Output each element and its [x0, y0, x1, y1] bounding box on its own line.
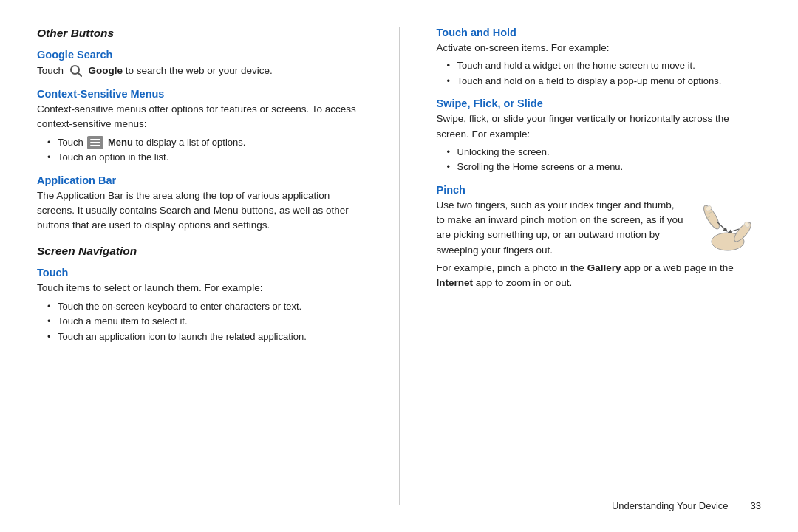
touch-bullet-2: Touch a menu item to select it. — [47, 314, 362, 329]
touch-bullet-1: Touch the on-screen keyboard to enter ch… — [47, 299, 362, 314]
touch-bullet-3: Touch an application icon to launch the … — [47, 330, 362, 344]
pinch-body-with-image: Use two fingers, such as your index fing… — [437, 198, 762, 258]
svg-rect-3 — [90, 142, 100, 143]
touch-hold-bullet-1: Touch and hold a widget on the home scre… — [447, 58, 762, 73]
pinch-body2-before: For example, pinch a photo in the — [437, 262, 584, 273]
swipe-body: Swipe, flick, or slide your finger verti… — [437, 112, 762, 142]
pinch-body2: For example, pinch a photo in the Galler… — [437, 261, 762, 291]
context-sensitive-heading: Context-Sensitive Menus — [37, 88, 362, 100]
context-bullet-2: Touch an option in the list. — [47, 150, 362, 165]
touch-hold-heading: Touch and Hold — [437, 27, 762, 38]
swipe-bullet-2: Scrolling the Home screens or a menu. — [447, 160, 762, 174]
right-column: Touch and Hold Activate on-screen items.… — [437, 27, 762, 505]
google-search-text-before: Touch — [37, 65, 64, 76]
internet-text: Internet — [437, 277, 474, 288]
gallery-text: Gallery — [587, 262, 621, 273]
menu-icon — [87, 136, 103, 149]
swipe-bullet-1: Unlocking the screen. — [447, 145, 762, 160]
swipe-bullets: Unlocking the screen. Scrolling the Home… — [447, 145, 762, 175]
pinch-body1: Use two fingers, such as your index fing… — [437, 200, 683, 256]
touch-hold-bullets: Touch and hold a widget on the home scre… — [447, 58, 762, 89]
google-search-heading: Google Search — [37, 49, 362, 61]
svg-rect-2 — [90, 139, 100, 140]
context-sensitive-bullets: Touch Menu to display a list of options.… — [47, 135, 362, 166]
svg-rect-4 — [90, 145, 100, 146]
touch-bullets: Touch the on-screen keyboard to enter ch… — [47, 299, 362, 345]
touch-heading: Touch — [37, 267, 362, 279]
footer: Understanding Your Device 33 — [612, 500, 761, 511]
touch-body: Touch items to select or launch them. Fo… — [37, 281, 362, 296]
pinch-body2-after: app to zoom in or out. — [476, 277, 573, 288]
google-search-text: Touch Google to search the web or your d… — [37, 63, 362, 79]
app-bar-body: The Application Bar is the area along th… — [37, 188, 362, 233]
touch-hold-body: Activate on-screen items. For example: — [437, 41, 762, 55]
column-divider — [399, 27, 400, 505]
svg-line-1 — [78, 73, 81, 77]
screen-nav-heading: Screen Navigation — [37, 245, 362, 258]
pinch-heading: Pinch — [437, 184, 762, 196]
footer-page-number: 33 — [751, 500, 761, 511]
app-bar-heading: Application Bar — [37, 174, 362, 186]
search-icon — [68, 63, 84, 79]
page: Other Buttons Google Search Touch Google… — [0, 0, 798, 532]
pinch-illustration — [691, 201, 761, 253]
google-search-text-after: to search the web or your device. — [126, 65, 273, 76]
context-sensitive-body: Context-sensitive menus offer options fo… — [37, 102, 362, 132]
other-buttons-heading: Other Buttons — [37, 27, 362, 40]
swipe-heading: Swipe, Flick, or Slide — [437, 98, 762, 109]
left-column: Other Buttons Google Search Touch Google… — [37, 27, 362, 505]
footer-label: Understanding Your Device — [612, 500, 729, 511]
touch-hold-bullet-2: Touch and hold on a field to display a p… — [447, 74, 762, 89]
pinch-body2-mid: app or a web page in the — [624, 262, 734, 273]
google-brand-text: Google — [89, 65, 123, 76]
menu-label: Menu — [108, 137, 133, 148]
context-bullet-1: Touch Menu to display a list of options. — [47, 135, 362, 150]
